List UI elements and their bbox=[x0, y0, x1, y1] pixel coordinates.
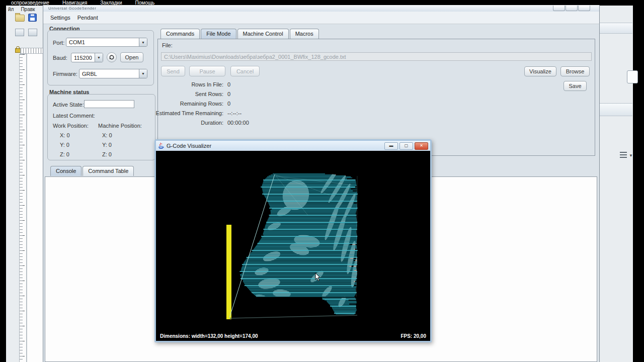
menu-pendant[interactable]: Pendant bbox=[77, 15, 98, 21]
baud-value: 115200 bbox=[71, 55, 95, 61]
firmware-value: GRBL bbox=[79, 71, 139, 77]
active-state-label: Active State: bbox=[53, 102, 84, 108]
refresh-icon bbox=[109, 54, 115, 60]
background-menu-file[interactable]: йл bbox=[8, 7, 14, 13]
machine-position-label: Machine Position: bbox=[98, 123, 142, 129]
baud-label: Baud: bbox=[53, 55, 67, 61]
tab-command-table[interactable]: Command Table bbox=[83, 166, 134, 176]
machine-status-group: Active State: Latest Comment: Work Posit… bbox=[47, 94, 155, 160]
file-label: File: bbox=[162, 42, 173, 48]
background-app-left: йл Правк bbox=[6, 6, 43, 362]
background-menu-edit[interactable]: Правк bbox=[21, 7, 35, 13]
visualize-button[interactable]: Visualize bbox=[524, 66, 556, 76]
visualizer-close-button[interactable]: ✕ bbox=[415, 142, 428, 150]
tab-file-mode[interactable]: File Mode bbox=[201, 29, 236, 39]
stat-rows-in-file: Rows In File:0 bbox=[161, 81, 312, 88]
file-path-field[interactable]: C:\Users\Maximius\Downloads\зебра\зебра2… bbox=[161, 52, 592, 61]
cancel-button[interactable]: Cancel bbox=[230, 66, 260, 76]
background-toolbar-band bbox=[600, 23, 632, 34]
visualizer-fps: FPS: 20,00 bbox=[400, 333, 426, 339]
open-button[interactable]: Open bbox=[120, 52, 143, 62]
background-app-menubar: йл Правк bbox=[6, 7, 45, 13]
chevron-down-icon: ▼ bbox=[139, 69, 147, 78]
visualizer-window: G-Code Visualizer ▬ ▢ ✕ Dimensions: widt… bbox=[154, 139, 432, 342]
tab-machine-control[interactable]: Machine Control bbox=[237, 29, 289, 39]
stat-sent-rows: Sent Rows:0 bbox=[161, 91, 312, 98]
latest-comment-label: Latest Comment: bbox=[53, 113, 95, 119]
visualizer-statusbar: Dimensions: width=132,00 height=174,00 F… bbox=[156, 331, 430, 341]
port-label: Port: bbox=[53, 40, 64, 46]
java-coffee-icon bbox=[158, 142, 165, 149]
port-combo[interactable]: COM1 ▼ bbox=[66, 38, 147, 47]
work-position-label: Work Position: bbox=[53, 123, 89, 129]
tab-console[interactable]: Console bbox=[50, 166, 82, 176]
stat-estimated-time: Estimated Time Remaining:--:--:-- bbox=[161, 110, 312, 117]
tab-commands[interactable]: Commands bbox=[160, 29, 200, 39]
pause-button[interactable]: Pause bbox=[189, 66, 225, 76]
background-app-canvas bbox=[27, 54, 43, 362]
baud-combo[interactable]: 115200 ▼ bbox=[71, 53, 103, 62]
tab-macros[interactable]: Macros bbox=[290, 29, 319, 39]
save-button[interactable]: Save bbox=[564, 81, 587, 91]
main-window-title: Universal GcodeSender bbox=[48, 6, 96, 11]
main-titlebar: Universal GcodeSender bbox=[43, 5, 599, 12]
port-value: COM1 bbox=[66, 39, 139, 45]
refresh-ports-button[interactable] bbox=[107, 52, 117, 62]
background-toolbar-band bbox=[600, 103, 632, 116]
menu-settings[interactable]: Settings bbox=[50, 15, 70, 21]
chevron-down-icon: ▼ bbox=[139, 38, 147, 46]
minimize-button[interactable] bbox=[553, 6, 565, 11]
maximize-button[interactable] bbox=[566, 6, 578, 11]
background-toolbar-button[interactable] bbox=[627, 70, 638, 83]
firmware-combo[interactable]: GRBL ▼ bbox=[79, 69, 147, 78]
connection-group: Port: COM1 ▼ Baud: 115200 ▼ Open Firmwar… bbox=[47, 30, 154, 85]
visualizer-minimize-button[interactable]: ▬ bbox=[384, 142, 398, 150]
firmware-label: Firmware: bbox=[53, 71, 77, 77]
stat-duration: Duration:00:00:00 bbox=[161, 120, 312, 126]
console-tabs: Console Command Table bbox=[50, 166, 135, 176]
background-app-right bbox=[599, 6, 633, 362]
horizontal-ruler bbox=[20, 48, 44, 54]
work-x: X: 0 bbox=[60, 132, 70, 138]
visualizer-canvas[interactable] bbox=[156, 151, 430, 331]
close-button[interactable] bbox=[578, 6, 590, 11]
work-z: Z: 0 bbox=[60, 151, 69, 157]
visualizer-titlebar: G-Code Visualizer ▬ ▢ ✕ bbox=[156, 141, 430, 151]
visualizer-dimensions: Dimensions: width=132,00 height=174,00 bbox=[160, 333, 258, 339]
chevron-down-icon[interactable]: ▼ bbox=[629, 153, 633, 158]
machine-z: Z: 0 bbox=[102, 151, 112, 157]
file-mode-panel: File: C:\Users\Maximius\Downloads\зебра\… bbox=[157, 39, 595, 156]
vertical-ruler bbox=[19, 54, 27, 362]
browse-button[interactable]: Browse bbox=[560, 66, 590, 76]
open-folder-icon[interactable] bbox=[15, 15, 25, 22]
visualizer-title: G-Code Visualizer bbox=[167, 143, 383, 149]
main-menubar: Settings Pendant bbox=[43, 12, 599, 24]
send-button[interactable]: Send bbox=[161, 66, 185, 76]
save-floppy-icon[interactable] bbox=[28, 14, 37, 22]
chevron-down-icon: ▼ bbox=[95, 53, 103, 62]
visualizer-maximize-button[interactable]: ▢ bbox=[399, 142, 413, 150]
stat-remaining-rows: Remaining Rows:0 bbox=[161, 101, 312, 107]
toolbar-icon[interactable] bbox=[28, 29, 37, 36]
toolbar-icon[interactable] bbox=[15, 29, 24, 36]
active-state-field[interactable] bbox=[84, 100, 134, 108]
work-y: Y: 0 bbox=[60, 142, 69, 148]
machine-y: Y: 0 bbox=[102, 142, 112, 148]
mode-tabs: Commands File Mode Machine Control Macro… bbox=[160, 29, 320, 39]
list-icon[interactable] bbox=[620, 152, 627, 158]
machine-x: X: 0 bbox=[102, 132, 112, 138]
file-stats: Rows In File:0 Sent Rows:0 Remaining Row… bbox=[161, 81, 312, 129]
